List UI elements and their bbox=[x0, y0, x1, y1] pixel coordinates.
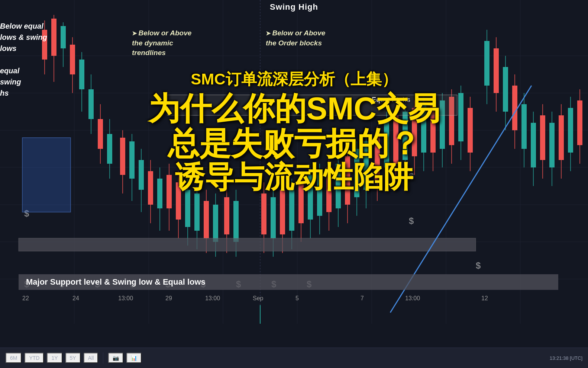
dollar-sign-14: $ bbox=[476, 260, 481, 271]
time-label-22: 22 bbox=[22, 295, 29, 302]
dollar-sign-10: $ bbox=[24, 208, 29, 219]
dollar-sign-13: $ bbox=[409, 216, 414, 226]
bottom-toolbar: 6M YTD 1Y 5Y All 📷 📊 13:21:38 [UTC] bbox=[0, 348, 588, 368]
time-label-1300a: 13:00 bbox=[118, 295, 133, 302]
period-5y-button[interactable]: 5Y bbox=[65, 353, 81, 363]
time-label-5: 5 bbox=[295, 295, 299, 302]
time-label-29: 29 bbox=[165, 295, 172, 302]
chart-button[interactable]: 📊 bbox=[126, 353, 142, 363]
period-6m-button[interactable]: 6M bbox=[6, 353, 22, 363]
time-label-24: 24 bbox=[72, 295, 79, 302]
main-title-overlay: SMC订单流深层分析（上集） 为什么你的SMC交易 总是失败亏损的？ 诱导与流动… bbox=[148, 69, 440, 193]
period-all-button[interactable]: All bbox=[84, 353, 98, 363]
period-1y-button[interactable]: 1Y bbox=[47, 353, 62, 363]
timestamp-display: 13:21:38 [UTC] bbox=[550, 355, 582, 361]
time-label-7: 7 bbox=[361, 295, 364, 302]
annotation-bullet1: Below or Above the dynamic trendlines bbox=[132, 28, 191, 58]
time-label-1300c: 13:00 bbox=[405, 295, 420, 302]
support-level-banner: Major Support level & Swing low & Equal … bbox=[19, 274, 558, 290]
camera-button[interactable]: 📷 bbox=[108, 353, 123, 363]
time-label-1300b: 13:00 bbox=[205, 295, 220, 302]
time-label-sep: Sep bbox=[253, 295, 263, 302]
annotation-bullet2: Below or Above the Order blocks bbox=[266, 28, 325, 48]
toolbar-separator bbox=[103, 352, 103, 364]
left-panel-annotation: Below equal lows & swing lows equal swin… bbox=[0, 20, 47, 99]
time-label-12: 12 bbox=[481, 295, 488, 302]
top-title-bar: Swing High bbox=[0, 0, 588, 14]
swing-high-title: Swing High bbox=[270, 2, 318, 12]
period-ytd-button[interactable]: YTD bbox=[25, 353, 44, 363]
